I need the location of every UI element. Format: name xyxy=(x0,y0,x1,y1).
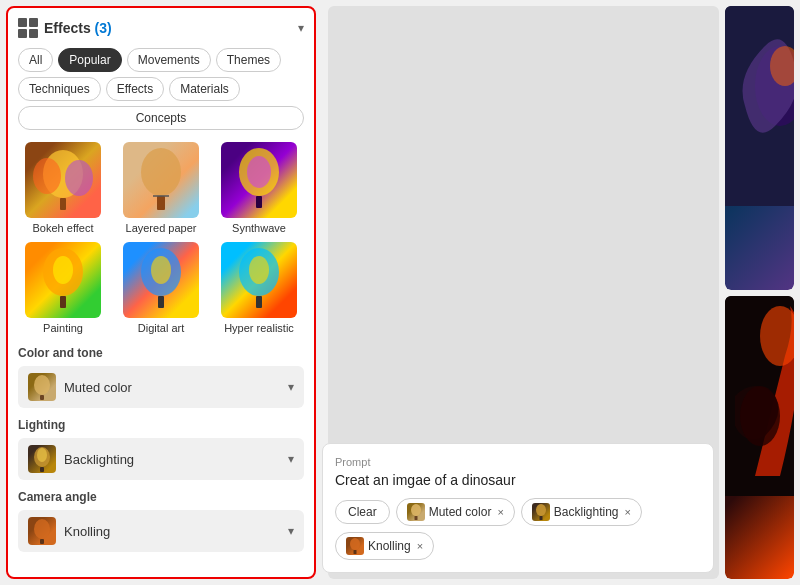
color-tone-chevron: ▾ xyxy=(288,380,294,394)
svg-point-24 xyxy=(34,519,50,539)
effect-synthwave-label: Synthwave xyxy=(232,222,286,234)
lighting-value: Backlighting xyxy=(64,452,134,467)
effect-bokeh-thumb xyxy=(25,142,101,218)
effect-digital-label: Digital art xyxy=(138,322,184,334)
filter-materials[interactable]: Materials xyxy=(169,77,240,101)
svg-rect-9 xyxy=(256,196,262,208)
effect-synthwave[interactable]: Synthwave xyxy=(214,142,304,234)
lighting-dropdown[interactable]: Backlighting ▾ xyxy=(18,438,304,480)
effect-digital[interactable]: Digital art xyxy=(116,242,206,334)
tag-muted-icon xyxy=(407,503,425,521)
svg-rect-15 xyxy=(158,296,164,308)
tag-muted-label: Muted color xyxy=(429,505,492,519)
filter-row-1: All Popular Movements Themes xyxy=(18,48,304,72)
panel-header: Effects (3) ▾ xyxy=(18,18,304,38)
effect-painting-thumb xyxy=(25,242,101,318)
camera-angle-label: Camera angle xyxy=(18,490,304,504)
filter-all[interactable]: All xyxy=(18,48,53,72)
effects-grid: Bokeh effect Layered paper Synthwave xyxy=(18,142,304,334)
effect-hyper-thumb xyxy=(221,242,297,318)
panel-title: Effects (3) xyxy=(44,20,112,36)
tag-knolling-label: Knolling xyxy=(368,539,411,553)
svg-point-22 xyxy=(37,448,47,462)
tag-knolling[interactable]: Knolling × xyxy=(335,532,434,560)
camera-angle-value: Knolling xyxy=(64,524,110,539)
filter-techniques[interactable]: Techniques xyxy=(18,77,101,101)
tag-knolling-icon xyxy=(346,537,364,555)
color-tone-value: Muted color xyxy=(64,380,132,395)
color-tone-dropdown[interactable]: Muted color ▾ xyxy=(18,366,304,408)
grid-icon xyxy=(18,18,38,38)
camera-angle-icon xyxy=(28,517,56,545)
svg-rect-20 xyxy=(40,395,44,400)
effect-digital-thumb xyxy=(123,242,199,318)
prompt-label: Prompt xyxy=(335,456,701,468)
panel-collapse-chevron[interactable]: ▾ xyxy=(298,21,304,35)
color-tone-left: Muted color xyxy=(28,373,132,401)
prompt-area: Prompt Creat an imgae of a dinosaur Clea… xyxy=(322,443,714,573)
effect-layered-thumb xyxy=(123,142,199,218)
effect-layered[interactable]: Layered paper xyxy=(116,142,206,234)
svg-rect-25 xyxy=(40,539,44,544)
svg-point-19 xyxy=(34,375,50,395)
svg-point-30 xyxy=(350,538,360,550)
lighting-chevron: ▾ xyxy=(288,452,294,466)
right-image-bottom[interactable] xyxy=(725,296,794,580)
right-image-top[interactable] xyxy=(725,6,794,290)
svg-point-28 xyxy=(536,504,546,516)
effects-count: (3) xyxy=(95,20,112,36)
svg-rect-23 xyxy=(40,467,44,472)
svg-rect-29 xyxy=(539,516,542,520)
filter-popular[interactable]: Popular xyxy=(58,48,121,72)
tag-muted-close[interactable]: × xyxy=(497,506,503,518)
right-image-bottom-inner xyxy=(725,296,794,580)
camera-angle-chevron: ▾ xyxy=(288,524,294,538)
filter-effects[interactable]: Effects xyxy=(106,77,164,101)
lighting-label: Lighting xyxy=(18,418,304,432)
tag-backlight-close[interactable]: × xyxy=(625,506,631,518)
svg-rect-27 xyxy=(414,516,417,520)
effect-bokeh-label: Bokeh effect xyxy=(33,222,94,234)
effect-layered-label: Layered paper xyxy=(126,222,197,234)
right-panel xyxy=(725,0,800,585)
camera-angle-dropdown[interactable]: Knolling ▾ xyxy=(18,510,304,552)
tag-backlight-icon xyxy=(532,503,550,521)
svg-point-8 xyxy=(247,156,271,188)
effect-hyper[interactable]: Hyper realistic xyxy=(214,242,304,334)
tag-muted-color[interactable]: Muted color × xyxy=(396,498,515,526)
svg-rect-12 xyxy=(60,296,66,308)
filter-concepts[interactable]: Concepts xyxy=(18,106,304,130)
effect-synthwave-thumb xyxy=(221,142,297,218)
svg-rect-3 xyxy=(60,198,66,210)
prompt-text[interactable]: Creat an imgae of a dinosaur xyxy=(335,472,701,488)
svg-point-37 xyxy=(740,386,780,446)
color-tone-label: Color and tone xyxy=(18,346,304,360)
prompt-tags: Clear Muted color × Backlighting × xyxy=(335,498,701,560)
svg-point-2 xyxy=(65,160,93,196)
effect-hyper-label: Hyper realistic xyxy=(224,322,294,334)
camera-angle-left: Knolling xyxy=(28,517,110,545)
tag-backlight-label: Backlighting xyxy=(554,505,619,519)
filter-movements[interactable]: Movements xyxy=(127,48,211,72)
color-tone-icon xyxy=(28,373,56,401)
svg-point-11 xyxy=(53,256,73,284)
svg-rect-18 xyxy=(256,296,262,308)
lighting-left: Backlighting xyxy=(28,445,134,473)
filter-themes[interactable]: Themes xyxy=(216,48,281,72)
svg-point-1 xyxy=(33,158,61,194)
svg-point-14 xyxy=(151,256,171,284)
effect-painting[interactable]: Painting xyxy=(18,242,108,334)
clear-button[interactable]: Clear xyxy=(335,500,390,524)
lighting-icon xyxy=(28,445,56,473)
svg-rect-5 xyxy=(157,196,165,210)
effects-panel: Effects (3) ▾ All Popular Movements Them… xyxy=(6,6,316,579)
filter-row-3: Concepts xyxy=(18,106,304,130)
tag-knolling-close[interactable]: × xyxy=(417,540,423,552)
svg-point-17 xyxy=(249,256,269,284)
svg-point-26 xyxy=(411,504,421,516)
right-image-top-inner xyxy=(725,6,794,290)
panel-header-left: Effects (3) xyxy=(18,18,112,38)
filter-row-2: Techniques Effects Materials xyxy=(18,77,304,101)
effect-bokeh[interactable]: Bokeh effect xyxy=(18,142,108,234)
tag-backlighting[interactable]: Backlighting × xyxy=(521,498,642,526)
